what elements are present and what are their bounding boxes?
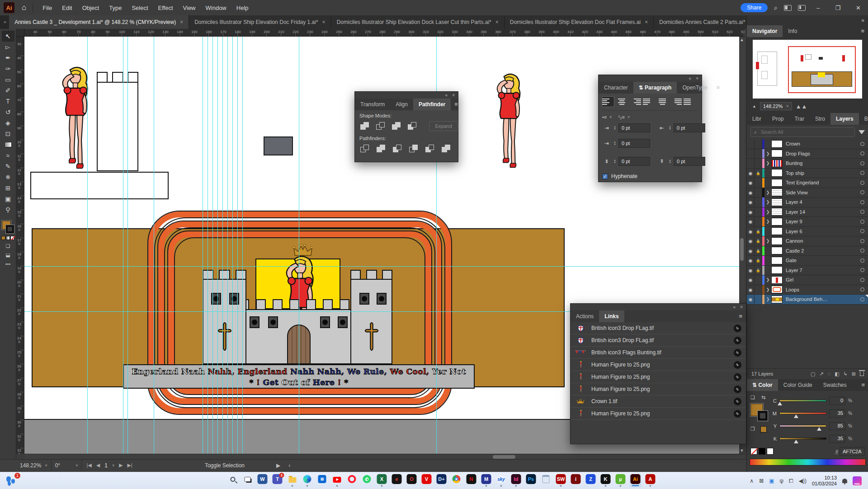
tab-pathfinder[interactable]: Pathfinder	[413, 99, 451, 110]
bullet-list-icon[interactable]: •≡	[602, 114, 607, 120]
layer-thumbnail[interactable]	[771, 296, 783, 303]
menu-object[interactable]: Object	[77, 2, 104, 14]
artboard-tool[interactable]: ▣	[2, 193, 14, 204]
layer-visibility-icon[interactable]	[747, 159, 755, 168]
layer-target-icon[interactable]	[860, 142, 864, 146]
layer-expand-icon[interactable]: ❯	[764, 277, 771, 282]
layer-lock-icon[interactable]: 🔒	[755, 169, 762, 178]
guide-vertical[interactable]	[87, 37, 88, 454]
pathfinder-trim-button[interactable]	[376, 144, 387, 154]
draw-mode-icon[interactable]: ❏	[6, 243, 10, 249]
layer-thumbnail[interactable]	[771, 237, 783, 245]
locate-object-icon[interactable]: ◌	[828, 371, 831, 376]
field-value[interactable]: 0 pt	[674, 123, 705, 132]
menu-file[interactable]: File	[38, 2, 57, 14]
guide-vertical[interactable]	[123, 37, 123, 454]
symbol-sprayer-tool[interactable]: ✵	[2, 172, 14, 183]
link-row-3[interactable]: British icon3 Flags Bunting.tif∞	[571, 347, 746, 359]
dock-tab-stro[interactable]: Stro	[810, 113, 830, 125]
layer-thumbnail[interactable]	[771, 198, 783, 206]
vertical-scroll-thumb[interactable]	[740, 238, 744, 261]
layer-thumbnail[interactable]	[771, 276, 783, 284]
taskbar-mava[interactable]: M	[481, 474, 492, 488]
horizontal-scroll-thumb[interactable]	[493, 455, 515, 459]
layer-visibility-icon[interactable]: ◉	[747, 188, 755, 197]
document-tab-5[interactable]: Domicilies Annies Castle 2 Parts.ai*»	[654, 15, 746, 29]
justify-last-center-button[interactable]	[656, 97, 668, 107]
layer-visibility-icon[interactable]	[747, 139, 755, 149]
pathfinder-unite-button[interactable]	[359, 121, 371, 131]
layer-row-crown[interactable]: Crown	[747, 139, 868, 149]
guide-vertical[interactable]	[208, 37, 208, 454]
export-icon[interactable]: ↗	[819, 371, 823, 377]
layer-expand-icon[interactable]: ❯	[764, 151, 771, 156]
vertical-ruler[interactable]: 3040506070809010011012013014015016017018…	[16, 37, 24, 454]
taskbar-clock[interactable]: 10:13 01/03/2024	[812, 475, 837, 487]
taskbar-sky[interactable]: sky	[495, 474, 507, 488]
expand-button[interactable]: Expand	[429, 121, 458, 131]
swap-colors-icon[interactable]: ⇆	[761, 395, 765, 400]
field-value[interactable]: 0 pt	[618, 157, 650, 166]
crown-image[interactable]	[292, 244, 314, 257]
layer-thumbnail[interactable]	[771, 218, 783, 226]
taskbar-netflix[interactable]: N	[466, 474, 477, 488]
tower-outline-shape[interactable]	[97, 72, 138, 171]
link-row-4[interactable]: Human Figure to 25.png∞	[571, 359, 746, 371]
tab-paragraph[interactable]: ⇅ Paragraph	[633, 82, 677, 94]
tab-opentype[interactable]: OpenType	[677, 82, 712, 94]
channel-slider[interactable]	[779, 412, 826, 414]
link-row-6[interactable]: Human Figure to 25.png∞	[571, 383, 746, 395]
align-left-button[interactable]	[602, 97, 614, 107]
layer-lock-icon[interactable]	[755, 188, 762, 197]
guide-vertical[interactable]	[237, 37, 238, 454]
ruler-corner[interactable]	[16, 29, 24, 37]
layer-target-icon[interactable]	[860, 171, 864, 175]
collapse-panel-icon[interactable]: «	[733, 305, 736, 310]
eraser-tool[interactable]: ◈	[2, 118, 14, 128]
channel-slider-thumb[interactable]	[794, 440, 798, 443]
taskbar-illustrator[interactable]: Ai	[630, 474, 642, 488]
layer-visibility-icon[interactable]: ◉	[747, 246, 755, 256]
taskbar-task-view[interactable]	[242, 474, 254, 488]
spinner-control[interactable]: ▴▾	[613, 141, 617, 146]
guide-vertical[interactable]	[154, 37, 154, 454]
layer-thumbnail[interactable]	[771, 169, 783, 177]
layer-lock-icon[interactable]	[755, 285, 762, 295]
collapse-panel-icon[interactable]: «	[689, 76, 692, 81]
link-chain-icon[interactable]: ∞	[734, 324, 741, 332]
layer-row-gate[interactable]: ◉🔒Gate	[747, 256, 868, 266]
guide-vertical[interactable]	[222, 37, 223, 454]
layer-row-loops[interactable]: ◉❯Loops	[747, 285, 868, 295]
tab-close-icon[interactable]: ×	[495, 19, 499, 25]
justify-last-left-button[interactable]	[643, 97, 655, 107]
channel-slider-thumb[interactable]	[794, 414, 798, 418]
menu-edit[interactable]: Edit	[57, 2, 77, 14]
tray-display-icon[interactable]: ⧠	[789, 478, 793, 484]
link-row-7[interactable]: Crown 1.tif∞	[571, 395, 746, 408]
guide-vertical[interactable]	[227, 37, 228, 454]
taskbar-whatsapp[interactable]: ✆	[361, 474, 373, 488]
layer-row-bunting[interactable]: ❯Bunting	[747, 159, 868, 169]
status-play-icon[interactable]: ▶	[276, 462, 280, 469]
pathfinder-exclude-button[interactable]	[407, 121, 418, 131]
chevron-down-icon[interactable]: ˅	[627, 115, 630, 119]
artboard-dropdown-icon[interactable]: ˅	[112, 463, 114, 468]
zoom-in-thumbnail-icon[interactable]: ▲▲	[796, 103, 807, 110]
search-icon[interactable]: ⌕	[774, 4, 778, 12]
curvature-tool[interactable]: ✑	[2, 63, 14, 74]
artboard-number[interactable]: 1	[104, 462, 108, 469]
layer-row-layer-14[interactable]: ◉❯Layer 14	[747, 207, 868, 217]
document-tab-1[interactable]: Annies Castle 3 _ Development 1.ai* @ 14…	[9, 15, 189, 29]
menu-effect[interactable]: Effect	[153, 2, 178, 14]
layer-expand-icon[interactable]: ❯	[764, 200, 771, 204]
layer-row-text-engerland[interactable]: ◉Text Engerland	[747, 178, 868, 188]
layer-row-side-view[interactable]: ◉❯Side View	[747, 188, 868, 198]
tray-network-icon[interactable]: ⊠	[759, 478, 764, 484]
layer-visibility-icon[interactable]: ◉	[747, 227, 755, 236]
home-icon[interactable]: ⌂	[22, 3, 26, 12]
panel-menu-icon[interactable]: ≡	[735, 310, 746, 322]
layer-row-top-ship[interactable]: ◉🔒Top ship	[747, 169, 868, 179]
first-artboard-icon[interactable]: |◀	[86, 462, 91, 468]
menu-window[interactable]: Window	[201, 2, 231, 14]
tab-links[interactable]: Links	[599, 310, 624, 322]
